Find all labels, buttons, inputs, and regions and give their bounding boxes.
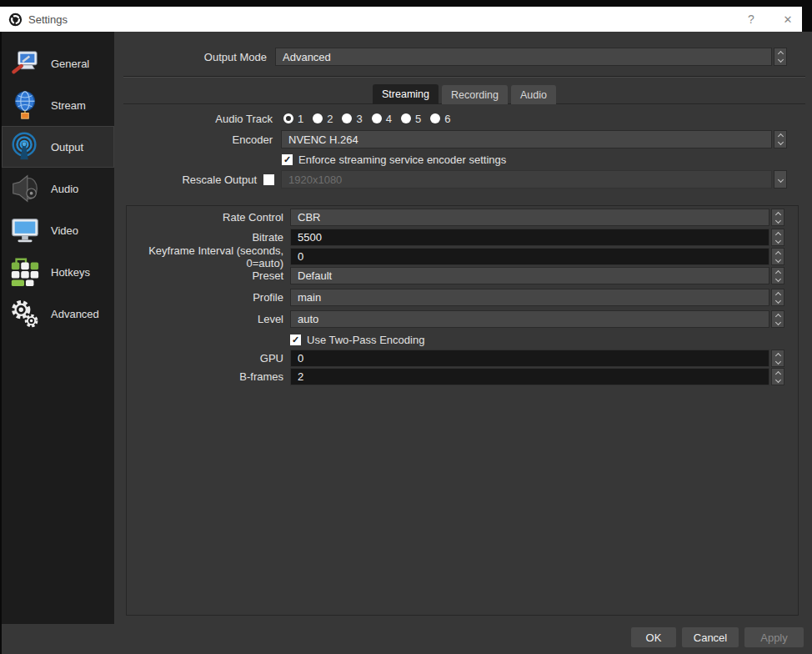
use-two-pass-encoding-checkbox[interactable]: ✓Use Two-Pass Encoding — [290, 334, 424, 346]
title-bar: Settings ? ✕ — [0, 7, 802, 32]
profile-select[interactable]: main — [290, 289, 769, 306]
chevron-down-icon — [774, 358, 780, 364]
horizontal-separator — [123, 76, 805, 78]
b-frames-label: B-frames — [127, 370, 283, 383]
encoder-row: Encoder NVENC H.264 — [2, 130, 787, 148]
audio-track-option-2[interactable]: 2 — [313, 113, 333, 125]
radio-label: 4 — [386, 113, 392, 125]
enforce-encoder-settings-checkbox[interactable]: ✓ Enforce streaming service encoder sett… — [282, 153, 506, 166]
chevron-down-icon — [774, 256, 780, 262]
radio-label: 3 — [356, 113, 362, 125]
rescale-dropdown-button — [774, 170, 787, 189]
radio-icon — [372, 113, 382, 123]
audio-track-option-5[interactable]: 5 — [401, 113, 421, 125]
bitrate-spinner[interactable] — [771, 229, 784, 246]
output-tabs: StreamingRecordingAudio — [123, 84, 805, 104]
obs-logo-icon — [8, 13, 23, 27]
profile-row: Profilemain — [127, 289, 784, 306]
keyframe-interval-seconds-0-auto-spinner[interactable] — [771, 248, 784, 265]
encoder-select[interactable]: NVENC H.264 — [281, 130, 772, 148]
gpu-spinner[interactable] — [771, 350, 784, 367]
audio-track-option-4[interactable]: 4 — [372, 113, 392, 125]
radio-label: 1 — [298, 113, 303, 125]
rate-control-value: CBR — [298, 211, 320, 224]
audio-track-row: Audio Track 123456 — [2, 109, 787, 128]
preset-row: PresetDefault — [127, 267, 784, 284]
sidebar-item-advanced[interactable]: Advanced — [2, 293, 114, 335]
audio-track-label: Audio Track — [2, 113, 273, 125]
preset-value: Default — [298, 269, 332, 282]
encoder-spinner[interactable] — [774, 130, 787, 148]
enforce-label: Enforce streaming service encoder settin… — [298, 153, 506, 166]
profile-spinner[interactable] — [771, 289, 784, 306]
close-button[interactable]: ✕ — [777, 7, 799, 32]
output-mode-select[interactable]: Advanced — [275, 48, 772, 66]
rate-control-spinner[interactable] — [771, 209, 784, 226]
tab-streaming[interactable]: Streaming — [373, 84, 439, 104]
preset-spinner[interactable] — [771, 267, 784, 284]
profile-value: main — [298, 291, 321, 304]
bitrate-input[interactable]: 5500 — [290, 229, 769, 246]
dialog-footer: OKCancelApply — [631, 627, 804, 647]
rescale-resolution-select: 1920x1080 — [281, 170, 772, 189]
output-mode-row: Output Mode Advanced — [2, 48, 787, 66]
rescale-output-row: Rescale Output 1920x1080 — [2, 170, 787, 189]
tab-audio[interactable]: Audio — [511, 85, 556, 104]
audio-track-option-6[interactable]: 6 — [430, 113, 450, 125]
radio-icon — [283, 113, 293, 123]
bitrate-value: 5500 — [298, 231, 322, 244]
chevron-down-icon — [777, 57, 783, 63]
b-frames-value: 2 — [298, 370, 303, 383]
chevron-down-icon — [774, 275, 780, 281]
preset-select[interactable]: Default — [290, 267, 769, 284]
preset-label: Preset — [127, 269, 283, 282]
bitrate-label: Bitrate — [127, 231, 283, 244]
ok-button[interactable]: OK — [631, 627, 676, 647]
sidebar-item-label: Video — [51, 224, 78, 237]
level-value: auto — [298, 313, 318, 325]
rescale-output-label: Rescale Output — [2, 174, 257, 186]
keyframe-interval-seconds-0-auto-value: 0 — [298, 250, 303, 263]
rate-control-row: Rate ControlCBR — [127, 209, 784, 226]
gpu-input[interactable]: 0 — [290, 350, 769, 367]
apply-button: Apply — [744, 627, 804, 647]
chevron-down-icon — [777, 176, 783, 182]
audio-track-option-3[interactable]: 3 — [342, 113, 362, 125]
rescale-checkbox-unchecked-icon[interactable] — [263, 174, 274, 185]
rate-control-label: Rate Control — [127, 211, 283, 224]
b-frames-input[interactable]: 2 — [290, 368, 769, 385]
chevron-down-icon — [774, 237, 780, 243]
sidebar-item-video[interactable]: Video — [2, 209, 114, 251]
chevron-down-icon — [774, 297, 780, 303]
sidebar-item-hotkeys[interactable]: Hotkeys — [2, 251, 114, 293]
chevron-down-icon — [774, 217, 780, 223]
gpu-value: 0 — [298, 352, 303, 365]
level-select[interactable]: auto — [290, 310, 769, 328]
help-button[interactable]: ? — [740, 7, 762, 32]
cancel-button[interactable]: Cancel — [682, 627, 739, 647]
tab-recording[interactable]: Recording — [442, 85, 508, 104]
window-title: Settings — [28, 13, 68, 26]
gpu-row: GPU0 — [127, 350, 784, 367]
hotkeys-icon — [8, 255, 42, 289]
profile-label: Profile — [127, 291, 283, 304]
b-frames-row: B-frames2 — [127, 368, 784, 385]
radio-icon — [401, 113, 411, 123]
encoder-settings-groupbox: Rate ControlCBRBitrate5500Keyframe Inter… — [126, 205, 799, 616]
use-two-pass-encoding-label: Use Two-Pass Encoding — [307, 334, 424, 346]
chevron-down-icon — [774, 376, 780, 382]
radio-label: 2 — [327, 113, 333, 125]
sidebar-item-label: Hotkeys — [51, 266, 90, 279]
gpu-label: GPU — [127, 352, 283, 365]
level-spinner[interactable] — [771, 310, 784, 328]
advanced-icon — [8, 297, 42, 330]
audio-track-option-1[interactable]: 1 — [283, 113, 303, 125]
b-frames-spinner[interactable] — [771, 368, 784, 385]
keyframe-interval-seconds-0-auto-input[interactable]: 0 — [290, 248, 769, 265]
sidebar-item-label: Advanced — [51, 308, 99, 320]
output-mode-spinner[interactable] — [774, 48, 787, 66]
radio-icon — [342, 113, 352, 123]
radio-label: 5 — [415, 113, 421, 125]
rescale-resolution-value: 1920x1080 — [288, 174, 342, 186]
rate-control-select[interactable]: CBR — [290, 209, 769, 226]
